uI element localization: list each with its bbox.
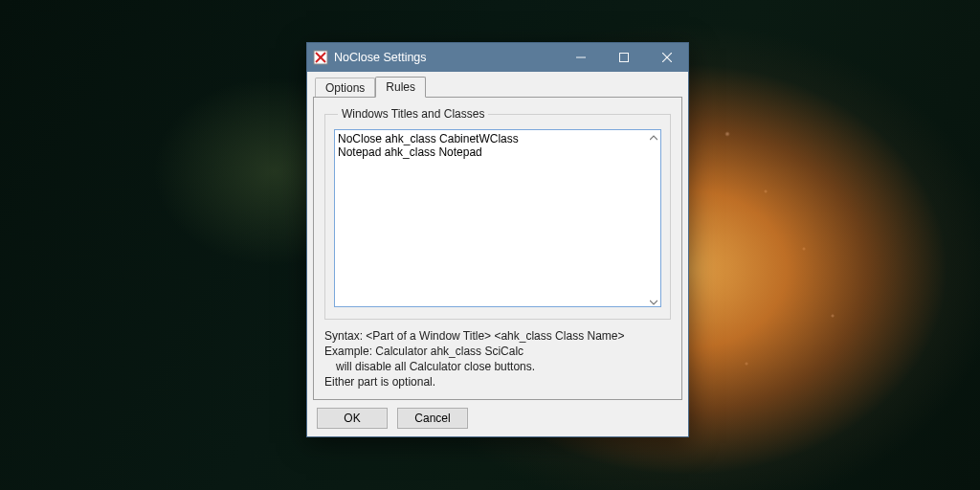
svg-rect-4 <box>619 54 628 62</box>
close-button[interactable] <box>645 43 688 72</box>
help-text: Syntax: <Part of a Window Title> <ahk_cl… <box>324 328 671 390</box>
rules-textarea[interactable] <box>334 129 661 307</box>
tab-options[interactable]: Options <box>315 78 375 98</box>
tabstrip: Options Rules <box>315 76 682 97</box>
dialog-buttons: OK Cancel <box>313 408 682 429</box>
client-area: Options Rules Windows Titles and Classes <box>307 72 688 436</box>
maximize-button[interactable] <box>602 43 645 72</box>
help-example-desc: will disable all Calculator close button… <box>324 359 671 374</box>
ok-button[interactable]: OK <box>317 408 388 429</box>
groupbox-titles-classes: Windows Titles and Classes <box>324 107 671 320</box>
minimize-button[interactable] <box>559 43 602 72</box>
desktop-wallpaper: NoClose Settings Options Rules <box>0 0 980 490</box>
titlebar[interactable]: NoClose Settings <box>307 43 688 72</box>
window-title: NoClose Settings <box>334 51 427 64</box>
tab-rules[interactable]: Rules <box>375 77 426 98</box>
groupbox-legend: Windows Titles and Classes <box>338 107 488 121</box>
help-syntax: Syntax: <Part of a Window Title> <ahk_cl… <box>324 328 671 344</box>
cancel-button[interactable]: Cancel <box>397 408 468 429</box>
settings-window: NoClose Settings Options Rules <box>306 42 689 437</box>
help-optional: Either part is optional. <box>324 374 671 390</box>
tabpage-rules: Windows Titles and Classes Syntax: <Part… <box>313 97 682 400</box>
app-icon <box>313 50 328 65</box>
help-example: Example: Calculator ahk_class SciCalc <box>324 344 671 359</box>
